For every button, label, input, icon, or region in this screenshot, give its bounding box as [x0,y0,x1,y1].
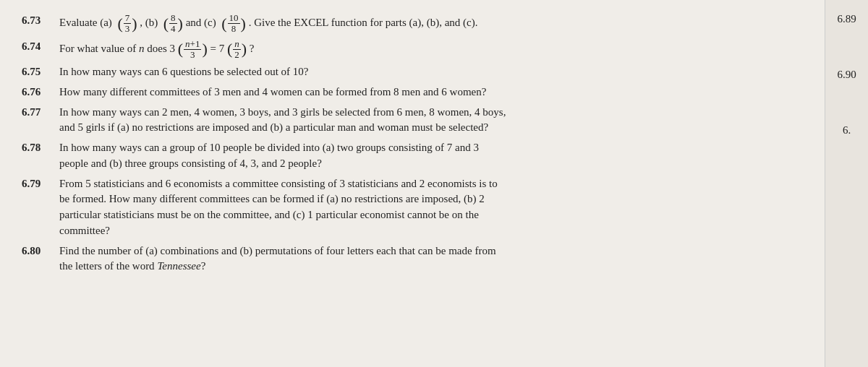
problem-6-74: 6.74 For what value of n does 3 ( n+1 3 … [22,39,817,61]
problem-number-6-80: 6.80 [22,243,59,275]
margin-number-3: 6. [843,124,851,137]
problem-6-76: 6.76 How many different committees of 3 … [22,85,817,100]
and-label: and [186,17,202,28]
problem-6-77: 6.77 In how many ways can 2 men, 4 women… [22,105,817,137]
problem-body-6-74: For what value of n does 3 ( n+1 3 ) = 7… [59,39,817,61]
frac-10-8: ( 10 8 ) [221,13,246,35]
problem-body-6-73: Evaluate (a) ( 7 3 ) , (b) ( 8 4 ) and (… [59,13,817,35]
problem-number-6-78: 6.78 [22,140,59,172]
right-margin: 6.89 6.90 6. [825,0,868,367]
problem-body-6-79: From 5 statisticians and 6 economists a … [59,176,817,239]
main-content: 6.73 Evaluate (a) ( 7 3 ) , (b) ( 8 4 ) [0,0,825,367]
problem-6-78: 6.78 In how many ways can a group of 10 … [22,140,817,172]
problem-body-6-77: In how many ways can 2 men, 4 women, 3 b… [59,105,817,137]
frac-8-4: ( 8 4 ) [163,13,183,35]
problem-number-6-73: 6.73 [22,13,59,35]
problem-6-75: 6.75 In how many ways can 6 questions be… [22,64,817,80]
frac-7-3: ( 7 3 ) [117,13,137,35]
problem-number-6-75: 6.75 [22,64,59,80]
problem-6-80: 6.80 Find the number of (a) combinations… [22,243,817,275]
problem-number-6-76: 6.76 [22,85,59,100]
frac-n-2: ( n 2 ) [227,39,247,61]
problem-body-6-80: Find the number of (a) combinations and … [59,243,817,275]
problem-number-6-74: 6.74 [22,39,59,61]
problem-6-73: 6.73 Evaluate (a) ( 7 3 ) , (b) ( 8 4 ) [22,13,817,35]
problem-number-6-77: 6.77 [22,105,59,137]
margin-number-1: 6.89 [837,13,856,25]
problem-number-6-79: 6.79 [22,176,59,239]
problem-body-6-75: In how many ways can 6 questions be sele… [59,64,817,80]
problem-body-6-78: In how many ways can a group of 10 peopl… [59,140,817,172]
margin-number-2: 6.90 [837,69,856,81]
frac-n1-3: ( n+1 3 ) [178,39,208,61]
problem-body-6-76: How many different committees of 3 men a… [59,85,817,100]
problem-6-79: 6.79 From 5 statisticians and 6 economis… [22,176,817,239]
